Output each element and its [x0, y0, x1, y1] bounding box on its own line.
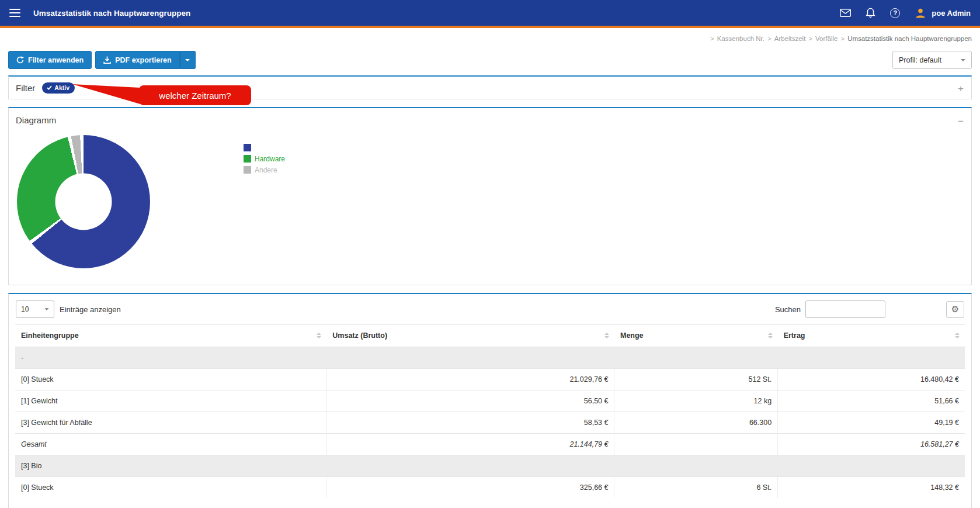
cell: 12 kg — [614, 390, 778, 412]
expand-icon[interactable]: + — [958, 84, 964, 94]
column-header[interactable]: Ertrag — [778, 324, 965, 347]
cell: 148,32 € — [778, 477, 965, 499]
table-body: -[0] Stueck21.029,76 €512 St.16.480,42 €… — [15, 347, 965, 499]
page: Umsatzstatistik nach Hauptwarengruppen ?… — [0, 0, 980, 508]
chevron-down-icon — [185, 59, 190, 61]
cell: [0] Stueck — [15, 477, 326, 499]
page-title: Umsatzstatistik nach Hauptwarengruppen — [33, 9, 190, 18]
column-header-label: Menge — [620, 331, 644, 340]
legend-label: Hardware — [255, 155, 285, 163]
sort-icon — [955, 333, 960, 338]
hamburger-menu-icon[interactable] — [9, 9, 20, 18]
table-header-row: EinheitengruppeUmsatz (Brutto)MengeErtra… — [15, 324, 965, 347]
search-group: Suchen — [775, 300, 885, 318]
column-header[interactable]: Einheitengruppe — [15, 324, 326, 347]
table-controls: 10 Einträge anzeigen Suchen ⚙ — [15, 294, 965, 324]
breadcrumb-item[interactable]: Arbeitszeit — [774, 35, 806, 42]
legend-item[interactable]: Andere — [244, 164, 285, 175]
column-header[interactable]: Menge — [614, 324, 778, 347]
gear-icon: ⚙ — [951, 305, 959, 314]
accent-bar — [0, 26, 980, 28]
cell: 6 St. — [614, 477, 778, 499]
donut-hole — [55, 174, 112, 230]
download-icon — [103, 56, 111, 64]
cell: 51,66 € — [778, 390, 965, 412]
breadcrumb-separator: > — [767, 35, 772, 42]
page-size-select[interactable]: 10 — [16, 300, 54, 318]
apply-filter-button[interactable]: Filter anwenden — [8, 51, 92, 69]
cell: Gesamt — [15, 434, 326, 455]
sort-icon — [604, 333, 609, 338]
breadcrumb-item[interactable]: Kassenbuch Nr. — [717, 35, 764, 42]
pdf-export-split-button: PDF exportieren — [95, 51, 196, 69]
search-input[interactable] — [805, 300, 885, 318]
cell — [614, 434, 778, 455]
mail-icon[interactable] — [840, 7, 851, 19]
cell: [0] Stueck — [15, 369, 326, 390]
username-label: poe Admin — [932, 9, 971, 18]
table-settings-button[interactable]: ⚙ — [946, 301, 964, 318]
top-navbar: Umsatzstatistik nach Hauptwarengruppen ?… — [0, 0, 980, 26]
entries-label: Einträge anzeigen — [60, 305, 121, 314]
cell: 512 St. — [614, 369, 778, 390]
user-avatar-icon — [915, 7, 926, 19]
user-menu[interactable]: poe Admin — [915, 7, 971, 19]
column-header[interactable]: Umsatz (Brutto) — [326, 324, 614, 347]
pdf-export-button[interactable]: PDF exportieren — [95, 51, 180, 69]
group-label: - — [15, 347, 965, 369]
pdf-export-label: PDF exportieren — [115, 56, 172, 64]
table-row: [1] Gewicht56,50 €12 kg51,66 € — [15, 390, 965, 412]
legend-item[interactable] — [244, 142, 285, 153]
results-table: EinheitengruppeUmsatz (Brutto)MengeErtra… — [15, 324, 965, 498]
help-icon[interactable]: ? — [890, 7, 900, 19]
total-row: Gesamt21.144,79 €16.581,27 € — [15, 434, 965, 455]
navbar-actions: ? poe Admin — [840, 7, 971, 19]
cell: [1] Gewicht — [15, 390, 326, 412]
cell: 66.300 — [614, 412, 778, 434]
column-header-label: Einheitengruppe — [21, 331, 79, 340]
cell: 16.480,42 € — [778, 369, 965, 390]
chart-legend: HardwareAndere — [244, 142, 285, 268]
breadcrumb-separator: > — [710, 35, 714, 42]
table-row: [3] Gewicht für Abfälle58,53 €66.30049,1… — [15, 412, 965, 434]
chart-panel-title: Diagramm — [16, 115, 56, 125]
profile-select-value: Profil: default — [899, 56, 941, 64]
table-panel: 10 Einträge anzeigen Suchen ⚙ Einheiteng… — [8, 293, 972, 508]
chart-panel-head: Diagramm − — [9, 108, 971, 126]
bell-icon[interactable] — [866, 7, 875, 19]
cell: 49,19 € — [778, 412, 965, 434]
table-row: [0] Stueck325,66 €6 St.148,32 € — [15, 477, 965, 499]
question-mark-icon: ? — [890, 8, 900, 18]
legend-swatch — [244, 144, 251, 151]
chevron-down-icon — [961, 59, 965, 61]
refresh-icon — [16, 56, 24, 64]
breadcrumb-item: Umsatzstatistik nach Hauptwarengruppen — [847, 35, 972, 42]
annotation-bubble: welcher Zeitraum? — [139, 85, 251, 105]
page-size-value: 10 — [21, 305, 29, 313]
cell: 58,53 € — [326, 412, 614, 434]
legend-swatch — [244, 166, 251, 174]
legend-item[interactable]: Hardware — [244, 153, 285, 164]
breadcrumb: >Kassenbuch Nr.>Arbeitszeit>Vorfälle>Ums… — [8, 35, 972, 44]
breadcrumb-separator: > — [808, 35, 812, 42]
cell: 56,50 € — [326, 390, 614, 412]
pdf-export-dropdown-toggle[interactable] — [180, 51, 196, 69]
profile-select[interactable]: Profil: default — [892, 51, 972, 69]
cell: 21.144,79 € — [326, 434, 614, 455]
column-header-label: Umsatz (Brutto) — [332, 331, 387, 340]
sort-icon — [317, 333, 321, 338]
collapse-icon[interactable]: − — [958, 116, 964, 126]
filter-active-badge: Aktiv — [42, 82, 75, 94]
table-row: [0] Stueck21.029,76 €512 St.16.480,42 € — [15, 369, 965, 390]
column-header-label: Ertrag — [784, 331, 805, 340]
breadcrumb-item[interactable]: Vorfälle — [815, 35, 837, 42]
chart-panel: Diagramm − HardwareAndere — [8, 107, 972, 285]
filter-active-label: Aktiv — [54, 84, 69, 91]
group-row: [3] Bio — [15, 455, 965, 477]
cell: 16.581,27 € — [778, 434, 965, 455]
legend-swatch — [244, 155, 251, 163]
group-label: [3] Bio — [15, 455, 965, 477]
content: >Kassenbuch Nr.>Arbeitszeit>Vorfälle>Ums… — [0, 35, 980, 508]
sort-icon — [768, 333, 773, 338]
breadcrumb-separator: > — [840, 35, 845, 42]
